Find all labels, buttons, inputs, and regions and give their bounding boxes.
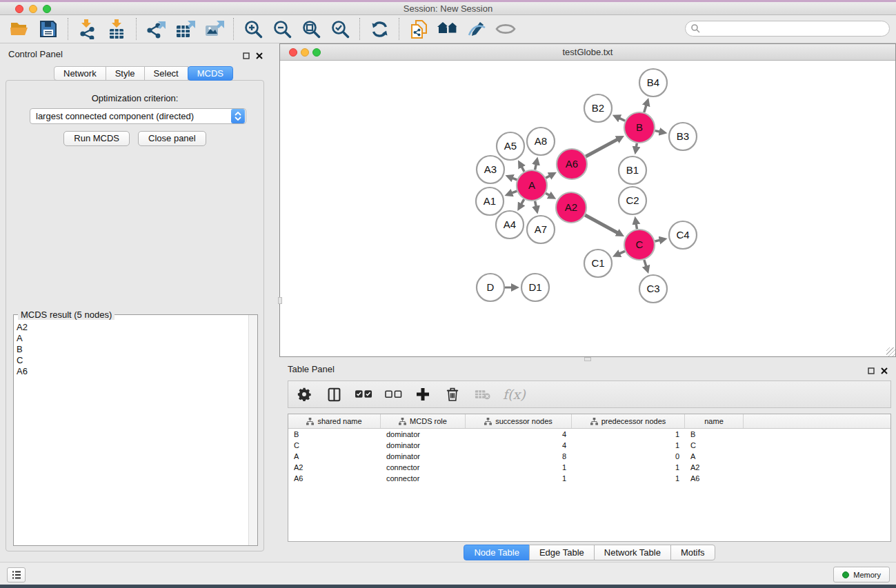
clone-network-icon[interactable]: [408, 18, 430, 40]
network-node-A3[interactable]: A3: [477, 156, 504, 183]
float-panel-icon[interactable]: [243, 50, 250, 62]
create-column-icon[interactable]: [414, 385, 432, 403]
close-window-button[interactable]: [15, 5, 23, 13]
network-node-A4[interactable]: A4: [496, 211, 524, 239]
column-header-name[interactable]: name: [685, 414, 744, 428]
deselect-all-icon[interactable]: [384, 385, 402, 403]
run-mcds-button[interactable]: Run MCDS: [63, 131, 130, 146]
network-edge-C-C3[interactable]: [644, 260, 646, 267]
network-node-B2[interactable]: B2: [584, 94, 612, 122]
maximize-window-button[interactable]: [43, 5, 51, 13]
network-edge-A-A7[interactable]: [535, 201, 537, 207]
hide-annotations-icon[interactable]: [466, 18, 488, 40]
network-edge-C-C2[interactable]: [636, 223, 637, 230]
network-edge-A-A4[interactable]: [521, 199, 524, 205]
tab-edge-table[interactable]: Edge Table: [529, 545, 595, 560]
table-row[interactable]: A2connector11A2: [288, 462, 890, 473]
tab-style[interactable]: Style: [106, 66, 145, 81]
network-edge-C-C1[interactable]: [619, 251, 625, 254]
network-node-A2[interactable]: A2: [556, 192, 586, 223]
network-node-A7[interactable]: A7: [527, 216, 555, 243]
resize-corner-handle[interactable]: [886, 347, 895, 356]
open-folder-icon[interactable]: [8, 18, 30, 40]
network-node-B1[interactable]: B1: [619, 156, 646, 184]
mcds-result-item[interactable]: C: [15, 355, 248, 366]
network-node-A5[interactable]: A5: [497, 132, 524, 160]
optimization-criterion-select[interactable]: largest connected component (directed): [30, 108, 246, 124]
network-node-A[interactable]: A: [517, 170, 547, 201]
tab-network[interactable]: Network: [54, 66, 106, 81]
float-panel-icon[interactable]: [868, 365, 875, 377]
network-node-B[interactable]: B: [624, 112, 655, 143]
memory-button[interactable]: Memory: [833, 567, 890, 582]
close-panel-icon[interactable]: [256, 50, 263, 62]
zoom-fit-icon[interactable]: [300, 18, 322, 40]
network-edge-A2-C[interactable]: [585, 215, 618, 233]
select-all-icon[interactable]: [355, 385, 372, 403]
mcds-result-item[interactable]: A2: [15, 322, 248, 333]
network-node-A6[interactable]: A6: [557, 149, 587, 179]
network-edge-A-A1[interactable]: [511, 191, 517, 193]
splitter-grip-bottom[interactable]: [584, 357, 591, 361]
delete-column-icon[interactable]: [444, 385, 461, 403]
network-node-D1[interactable]: D1: [521, 274, 549, 301]
network-node-B4[interactable]: B4: [639, 69, 667, 97]
show-columns-icon[interactable]: [325, 385, 343, 403]
mcds-result-item[interactable]: A6: [15, 366, 248, 377]
tab-motifs[interactable]: Motifs: [670, 545, 715, 560]
network-edge-A-A5[interactable]: [521, 166, 524, 172]
network-edge-B-B2[interactable]: [619, 118, 625, 121]
save-icon[interactable]: [37, 18, 59, 40]
network-node-C4[interactable]: C4: [669, 221, 697, 249]
network-node-C[interactable]: C: [624, 230, 655, 260]
network-edge-A-A3[interactable]: [512, 178, 517, 180]
network-canvas[interactable]: AA1A2A3A4A5A6A7A8BB1B2B3B4CC1C2C3C4DD1: [280, 61, 895, 356]
network-edge-B-B3[interactable]: [655, 131, 661, 132]
import-network-icon[interactable]: [77, 18, 99, 40]
close-panel-button[interactable]: Close panel: [138, 131, 206, 146]
network-node-B3[interactable]: B3: [669, 123, 697, 150]
network-edge-C-C4[interactable]: [655, 240, 660, 241]
zoom-in-icon[interactable]: [242, 18, 264, 40]
home-icon[interactable]: [437, 18, 459, 40]
export-network-icon[interactable]: [145, 18, 167, 40]
minimize-window-button[interactable]: [29, 5, 37, 13]
network-edge-A-A8[interactable]: [535, 163, 537, 170]
show-hide-graphics-icon[interactable]: [495, 18, 517, 40]
network-node-A8[interactable]: A8: [527, 128, 555, 155]
mcds-result-item[interactable]: A: [15, 333, 248, 344]
network-maximize-button[interactable]: [312, 48, 321, 57]
mcds-result-item[interactable]: B: [15, 344, 248, 355]
import-table-icon[interactable]: [106, 18, 128, 40]
refresh-icon[interactable]: [368, 18, 390, 40]
column-header-successor-nodes[interactable]: successor nodes: [466, 414, 572, 428]
zoom-selected-icon[interactable]: [329, 18, 351, 40]
tab-select[interactable]: Select: [144, 66, 188, 81]
result-scrollbar[interactable]: [248, 315, 257, 545]
network-edge-A6-B[interactable]: [586, 139, 618, 156]
column-header-shared-name[interactable]: shared name: [288, 414, 381, 428]
network-close-button[interactable]: [289, 48, 297, 57]
export-image-icon[interactable]: [203, 18, 225, 40]
column-header-MCDS-role[interactable]: MCDS role: [381, 414, 466, 428]
table-row[interactable]: A6connector11A6: [288, 473, 890, 484]
splitter-grip-left[interactable]: [278, 297, 282, 304]
zoom-out-icon[interactable]: [271, 18, 293, 40]
column-header-predecessor-nodes[interactable]: predecessor nodes: [572, 414, 685, 428]
search-input[interactable]: [685, 21, 890, 37]
task-history-button[interactable]: [7, 567, 26, 582]
export-table-icon[interactable]: [174, 18, 196, 40]
gear-icon[interactable]: [295, 385, 313, 403]
network-edge-B-B4[interactable]: [644, 105, 647, 112]
table-row[interactable]: Cdominator41C: [288, 440, 890, 451]
tab-network-table[interactable]: Network Table: [594, 545, 671, 560]
table-row[interactable]: Bdominator41B: [288, 429, 890, 440]
network-node-C3[interactable]: C3: [639, 275, 667, 303]
network-edge-A-A2[interactable]: [546, 193, 550, 196]
table-row[interactable]: Adominator80A: [288, 451, 890, 462]
network-edge-A-A6[interactable]: [546, 175, 550, 178]
network-node-D[interactable]: D: [477, 274, 504, 301]
tab-node-table[interactable]: Node Table: [464, 545, 530, 560]
network-minimize-button[interactable]: [301, 48, 309, 57]
network-node-C1[interactable]: C1: [584, 250, 612, 277]
